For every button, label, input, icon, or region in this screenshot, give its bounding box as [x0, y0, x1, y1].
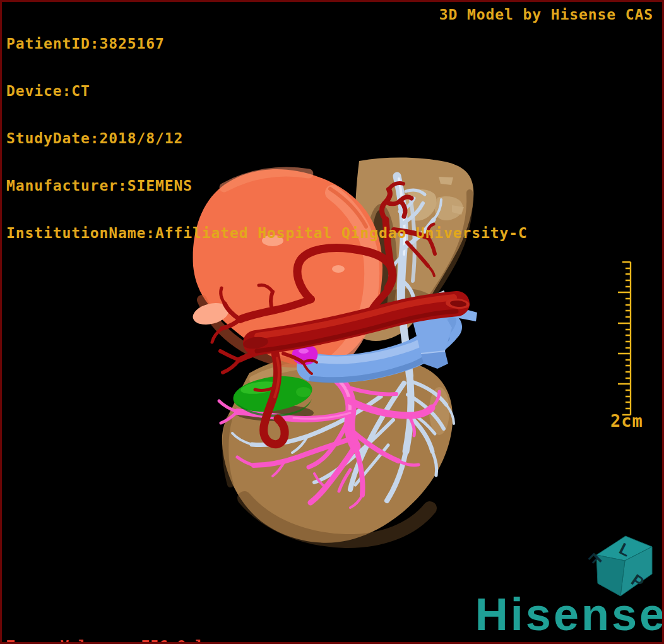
patient-id-line: PatientID:3825167 — [6, 36, 528, 52]
viewer-window: PatientID:3825167 Device:CT StudyDate:20… — [0, 0, 664, 644]
device-line: Device:CT — [6, 83, 528, 99]
scale-bar-ticks — [618, 262, 631, 415]
hisense-logo: Hisense — [475, 592, 664, 637]
scale-bar-label: 2cm — [610, 411, 643, 431]
volume-readout: Tumor Volume: 756.9ml Liver Volume: 2390… — [6, 602, 204, 644]
tumor-volume-line: Tumor Volume: 756.9ml — [6, 637, 204, 644]
study-date-line: StudyDate:2018/8/12 — [6, 131, 528, 146]
patient-info: PatientID:3825167 Device:CT StudyDate:20… — [6, 4, 528, 273]
institution-line: InstitutionName:Affiliated Hospital Qing… — [6, 225, 528, 241]
manufacturer-line: Manufacturer:SIEMENS — [6, 178, 528, 194]
brand-caption: 3D Model by Hisense CAS — [439, 6, 653, 23]
